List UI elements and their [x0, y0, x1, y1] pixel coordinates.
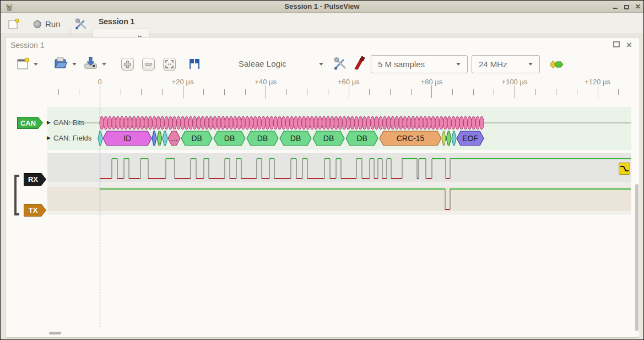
run-icon[interactable] — [34, 20, 41, 28]
panel-close-icon[interactable]: × — [626, 40, 632, 51]
title-bar[interactable]: Session 1 - PulseView ✕ — [1, 1, 643, 13]
main-toolbar: Run Session 1 × — [1, 13, 643, 34]
ruler-label: +120 µs — [585, 78, 610, 86]
save-dropdown-arrow[interactable] — [102, 63, 106, 66]
open-file-dropdown-arrow[interactable] — [72, 63, 77, 66]
ruler-tick — [452, 89, 453, 95]
tx-trace-background[interactable] — [47, 187, 631, 211]
channels-probe-icon[interactable] — [353, 56, 366, 71]
ruler-label: +60 µs — [338, 78, 360, 86]
maximize-button[interactable] — [624, 5, 629, 9]
ruler-tick — [286, 89, 287, 95]
rx-tag-label: RX — [24, 174, 46, 185]
new-session-icon[interactable] — [8, 18, 20, 30]
ruler-tick — [535, 89, 536, 95]
ruler-tick — [245, 89, 246, 95]
ruler-tick — [577, 89, 577, 95]
ruler-tick — [100, 85, 100, 98]
ruler-tick — [390, 89, 391, 95]
row-gap — [47, 211, 631, 215]
expander-fields-icon[interactable]: ▶ — [47, 135, 51, 141]
ruler-tick — [266, 85, 266, 98]
ruler-tick — [411, 89, 412, 95]
close-window-button[interactable]: ✕ — [635, 4, 641, 9]
decoder-tag-can[interactable]: CAN — [17, 117, 43, 129]
device-dropdown-arrow[interactable] — [319, 63, 323, 66]
ruler-label: +100 µs — [502, 78, 528, 86]
zoom-fit-icon — [164, 59, 175, 69]
horizontal-scrollbar[interactable] — [49, 332, 61, 334]
ruler-tick — [556, 89, 556, 95]
decoder-tag-label: CAN — [18, 117, 42, 128]
ruler-label: 0 — [98, 78, 101, 86]
app-window: Session 1 - PulseView ✕ Run Session 1 × … — [0, 0, 644, 340]
zoom-fit-button[interactable] — [163, 58, 176, 71]
window-title: Session 1 - PulseView — [1, 2, 643, 10]
sample-rate-value: 24 MHz — [479, 60, 507, 69]
decoder-fields-row-label: CAN: Fields — [53, 134, 91, 142]
ruler-tick — [431, 85, 432, 98]
show-cursors-icon[interactable] — [188, 58, 201, 70]
ruler-tick — [473, 89, 474, 95]
sample-rate-dropdown-arrow — [528, 63, 533, 66]
channel-group-bracket — [14, 175, 19, 215]
time-cursor-line[interactable] — [100, 99, 100, 327]
minimize-button[interactable] — [613, 8, 618, 9]
ruler-tick — [224, 89, 225, 95]
ruler-tick — [369, 89, 370, 95]
add-decoder-icon[interactable] — [549, 59, 564, 70]
ruler-tick — [203, 89, 204, 95]
sample-count-value: 5 M samples — [378, 60, 425, 69]
save-icon[interactable] — [83, 56, 98, 71]
ruler-tick — [162, 89, 163, 95]
tab-label[interactable]: Session 1 — [99, 17, 134, 26]
ruler-label: +20 µs — [172, 78, 194, 86]
device-select[interactable]: Saleae Logic — [239, 59, 286, 68]
panel-title: Session 1 — [10, 41, 44, 50]
new-file-icon[interactable] — [16, 57, 30, 71]
sample-count-select[interactable]: 5 M samples — [371, 55, 468, 73]
sample-rate-select[interactable]: 24 MHz — [472, 55, 540, 73]
ruler-tick — [349, 85, 349, 98]
panel-float-icon[interactable] — [613, 41, 620, 47]
zoom-out-icon — [143, 59, 154, 69]
run-button[interactable]: Run — [45, 19, 61, 29]
ruler-tick — [121, 89, 121, 95]
zoom-in-icon — [122, 59, 133, 69]
ruler-label: +80 µs — [421, 78, 443, 86]
zoom-in-button[interactable] — [121, 58, 134, 71]
ruler-tick — [79, 89, 79, 95]
new-file-dropdown-arrow[interactable] — [34, 63, 38, 66]
decoder-row-background[interactable] — [47, 107, 631, 150]
ruler-tick — [328, 89, 328, 95]
ruler-tick — [307, 89, 307, 95]
trigger-falling-edge-badge[interactable] — [619, 163, 630, 175]
ruler-tick — [183, 85, 183, 98]
ruler-tick — [515, 85, 515, 98]
row-gap — [47, 182, 631, 187]
open-file-icon[interactable] — [53, 56, 68, 71]
zoom-out-button[interactable] — [142, 58, 155, 71]
sample-count-dropdown-arrow — [456, 63, 461, 66]
rx-trace-background[interactable] — [47, 153, 631, 182]
settings-icon[interactable] — [74, 18, 88, 30]
vertical-scrollbar[interactable] — [635, 184, 638, 331]
ruler-tick — [618, 89, 619, 95]
ruler-tick — [494, 89, 494, 95]
tx-tag-label: TX — [24, 204, 46, 216]
configure-device-icon[interactable] — [333, 57, 347, 71]
ruler-tick — [598, 85, 598, 98]
ruler-tick — [141, 89, 142, 95]
ruler-label: +40 µs — [255, 78, 277, 86]
expander-bits-icon[interactable]: ▶ — [47, 120, 51, 125]
decoder-bits-row-label: CAN: Bits — [53, 118, 84, 127]
ruler-tick — [58, 89, 59, 95]
